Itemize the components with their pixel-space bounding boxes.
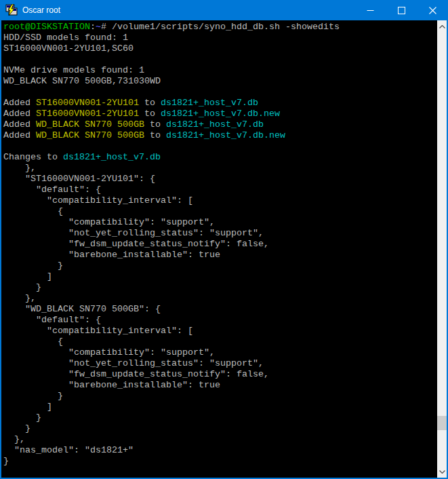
minimize-icon	[367, 7, 374, 14]
terminal-line: HDD/SSD models found: 1	[3, 33, 437, 43]
terminal-line: "compatibility": "support",	[3, 347, 437, 358]
close-icon	[429, 7, 436, 14]
terminal-line: "compatibility": "support",	[3, 217, 437, 228]
terminal-line: }	[3, 282, 437, 293]
window-controls	[354, 0, 448, 20]
terminal-line: ]	[3, 402, 437, 413]
terminal-line: ST16000VN001-2YU101,SC60	[3, 43, 437, 54]
terminal-line: },	[3, 434, 437, 445]
terminal[interactable]: root@DISKSTATION:~# /volume1/scripts/syn…	[1, 20, 437, 478]
terminal-line: "ST16000VN001-2YU101": {	[3, 174, 437, 185]
terminal-line: }	[3, 391, 437, 402]
scrollbar-thumb[interactable]	[437, 416, 447, 430]
terminal-line: Added WD_BLACK SN770 500GB to ds1821+_ho…	[3, 130, 437, 141]
terminal-line: "not_yet_rolling_status": "support",	[3, 228, 437, 239]
terminal-line: }	[3, 456, 437, 467]
terminal-line: }	[3, 413, 437, 423]
terminal-line: "compatibility_interval": [	[3, 326, 437, 337]
terminal-line: "default": {	[3, 185, 437, 195]
terminal-line: "compatibility_interval": [	[3, 195, 437, 206]
chevron-down-icon	[439, 470, 445, 474]
terminal-line: }	[3, 261, 437, 271]
terminal-line: },	[3, 163, 437, 174]
putty-window: Oscar root root@DISKSTATION:~# /volume1/…	[0, 0, 448, 479]
terminal-line: ]	[3, 271, 437, 282]
terminal-line	[3, 87, 437, 98]
terminal-line: Added ST16000VN001-2YU101 to ds1821+_hos…	[3, 98, 437, 109]
terminal-line: Added WD_BLACK SN770 500GB to ds1821+_ho…	[3, 119, 437, 130]
terminal-line	[3, 54, 437, 65]
chevron-up-icon	[439, 25, 445, 28]
terminal-line: NVMe drive models found: 1	[3, 65, 437, 76]
terminal-line: "WD_BLACK SN770 500GB": {	[3, 304, 437, 315]
scroll-up-button[interactable]	[437, 21, 447, 32]
maximize-icon	[398, 7, 405, 14]
maximize-button[interactable]	[386, 0, 417, 20]
terminal-line: "fw_dsm_update_status_notify": false,	[3, 369, 437, 380]
scroll-down-button[interactable]	[437, 466, 447, 477]
terminal-line: "barebone_installable": true	[3, 380, 437, 391]
minimize-button[interactable]	[354, 0, 386, 20]
terminal-line: }	[3, 423, 437, 434]
terminal-line: WD_BLACK SN770 500GB,731030WD	[3, 76, 437, 87]
terminal-line: "fw_dsm_update_status_notify": false,	[3, 239, 437, 250]
close-button[interactable]	[417, 0, 448, 20]
scrollbar[interactable]	[437, 20, 447, 478]
title-bar: Oscar root	[0, 0, 448, 20]
terminal-line: },	[3, 293, 437, 304]
terminal-line: "default": {	[3, 315, 437, 326]
terminal-line: "barebone_installable": true	[3, 250, 437, 261]
terminal-line: "nas_model": "ds1821+"	[3, 445, 437, 456]
terminal-lines: root@DISKSTATION:~# /volume1/scripts/syn…	[3, 22, 437, 467]
terminal-line: {	[3, 206, 437, 217]
terminal-line	[3, 141, 437, 152]
terminal-line: Added ST16000VN001-2YU101 to ds1821+_hos…	[3, 109, 437, 119]
window-title: Oscar root	[22, 5, 354, 15]
terminal-line: "not_yet_rolling_status": "support",	[3, 358, 437, 369]
terminal-line: root@DISKSTATION:~# /volume1/scripts/syn…	[3, 22, 437, 33]
terminal-line: {	[3, 337, 437, 347]
putty-icon[interactable]	[5, 4, 18, 16]
terminal-line: Changes to ds1821+_host_v7.db	[3, 152, 437, 163]
